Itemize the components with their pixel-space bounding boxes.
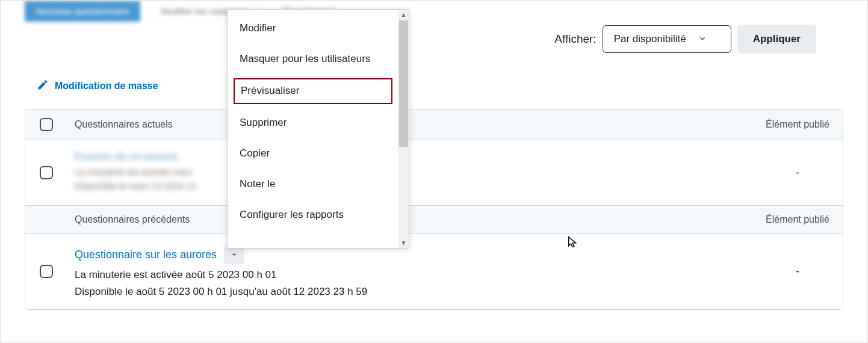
context-menu: Modifier Masquer pour les utilisateurs P… bbox=[227, 9, 409, 249]
published-cell: - bbox=[752, 234, 843, 309]
quiz-title[interactable]: Questionnaire sur les aurores bbox=[75, 249, 217, 261]
scrollbar[interactable]: ▲ ▼ bbox=[398, 10, 409, 248]
quiz-meta: Disponible le août 5 2023 00 h 01 jusqu'… bbox=[75, 286, 745, 298]
chevron-down-icon bbox=[698, 34, 707, 45]
menu-item-copy[interactable]: Copier bbox=[228, 138, 398, 169]
tabs-row: Nouveau questionnaire Modifier les catég… bbox=[1, 1, 867, 22]
menu-item-modify[interactable]: Modifier bbox=[228, 13, 398, 44]
table-row: Examen de mi-session La minuterie est ac… bbox=[25, 140, 843, 206]
row-checkbox[interactable] bbox=[40, 265, 53, 278]
scroll-up-icon[interactable]: ▲ bbox=[398, 10, 409, 20]
table-row: Questionnaire sur les aurores La minuter… bbox=[25, 234, 843, 309]
menu-item-grade[interactable]: Noter le bbox=[228, 169, 398, 200]
tab-new-quiz[interactable]: Nouveau questionnaire bbox=[25, 1, 140, 22]
select-all-cell bbox=[25, 110, 67, 140]
filter-label: Afficher: bbox=[554, 32, 596, 46]
scroll-down-icon[interactable]: ▼ bbox=[398, 238, 409, 248]
quiz-meta: La minuterie est activée mars bbox=[75, 167, 745, 177]
row-checkbox[interactable] bbox=[40, 166, 53, 179]
quiz-table: Questionnaires actuels Élément publié Ex… bbox=[25, 109, 843, 310]
bulk-edit-link[interactable]: Modification de masse bbox=[37, 79, 158, 93]
pencil-icon bbox=[37, 79, 49, 93]
scroll-thumb[interactable] bbox=[399, 20, 408, 147]
menu-item-delete[interactable]: Supprimer bbox=[228, 108, 398, 138]
quiz-meta: Disponible le mars 13 2024 12 bbox=[75, 181, 745, 191]
filter-selected-value: Par disponibilité bbox=[614, 33, 686, 45]
bulk-edit-label: Modification de masse bbox=[55, 81, 158, 91]
section-current-header: Questionnaires actuels bbox=[67, 110, 752, 140]
quiz-title[interactable]: Examen de mi-session bbox=[75, 151, 745, 163]
filter-row: Afficher: Par disponibilité Appliquer bbox=[554, 25, 816, 54]
quiz-meta: La minuterie est activée août 5 2023 00 … bbox=[75, 269, 745, 281]
published-cell: - bbox=[752, 140, 843, 206]
apply-button[interactable]: Appliquer bbox=[737, 25, 816, 54]
column-published-header: Élément publié bbox=[752, 110, 843, 140]
filter-select[interactable]: Par disponibilité bbox=[603, 25, 731, 53]
menu-item-hide[interactable]: Masquer pour les utilisateurs bbox=[228, 44, 398, 75]
chevron-down-icon bbox=[229, 250, 239, 259]
menu-item-preview[interactable]: Prévisualiser bbox=[232, 77, 394, 105]
select-all-checkbox[interactable] bbox=[40, 118, 53, 131]
column-published-header: Élément publié bbox=[752, 206, 843, 234]
menu-item-reports[interactable]: Configurer les rapports bbox=[228, 200, 398, 230]
section-previous-header: Questionnaires précédents bbox=[67, 206, 752, 234]
